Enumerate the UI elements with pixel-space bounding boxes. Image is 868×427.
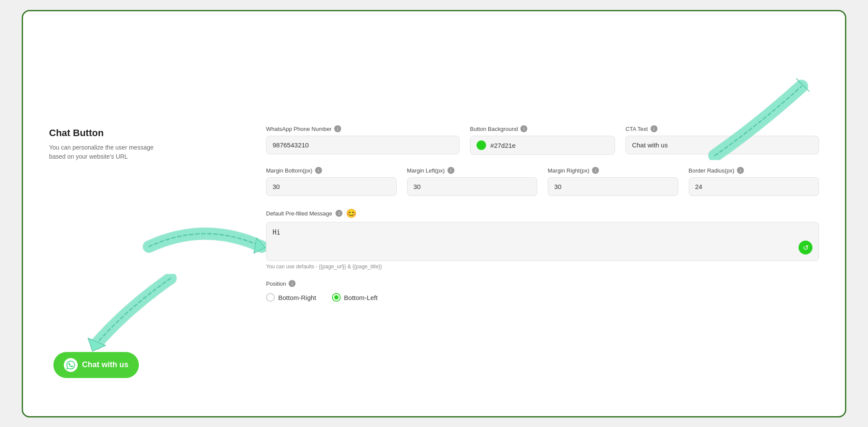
phone-number-label: WhatsApp Phone Number i: [266, 125, 460, 132]
color-swatch: [477, 140, 486, 150]
phone-number-input[interactable]: [266, 136, 460, 154]
border-radius-info-icon[interactable]: i: [737, 167, 744, 174]
whatsapp-icon: [64, 358, 78, 372]
bg-info-icon[interactable]: i: [520, 125, 527, 132]
prefilled-message-textarea[interactable]: Hi: [273, 228, 812, 254]
hint-text: You can use defaults - {{page_url}} & {{…: [266, 264, 819, 270]
margin-left-label: Margin Left(px) i: [407, 167, 538, 174]
margin-left-group: Margin Left(px) i: [407, 167, 538, 196]
section-title: Chat Button: [49, 127, 231, 139]
left-section: Chat Button You can personalize the user…: [49, 127, 231, 300]
radio-outer-left: [332, 293, 341, 302]
color-text-value: #27d21e: [490, 142, 516, 149]
phone-info-icon[interactable]: i: [334, 125, 341, 132]
cta-text-group: CTA Text i: [625, 125, 819, 154]
emoji-icon: 😊: [346, 208, 357, 218]
button-background-label: Button Background i: [470, 125, 615, 132]
border-radius-input[interactable]: [689, 177, 819, 196]
main-card: Chat Button You can personalize the user…: [22, 10, 846, 417]
form-row-1: WhatsApp Phone Number i Button Backgroun…: [266, 125, 819, 155]
prefilled-info-icon[interactable]: i: [335, 210, 342, 217]
margin-bottom-label: Margin Bottom(px) i: [266, 167, 397, 174]
margin-left-info-icon[interactable]: i: [447, 167, 454, 174]
cta-info-icon[interactable]: i: [651, 125, 658, 132]
border-radius-label: Border Radius(px) i: [689, 167, 819, 174]
position-label: Position i: [266, 280, 819, 287]
margin-bottom-group: Margin Bottom(px) i: [266, 167, 397, 196]
margin-right-info-icon[interactable]: i: [592, 167, 599, 174]
margin-right-label: Margin Right(px) i: [548, 167, 678, 174]
prefilled-textarea-wrapper: Hi ↺: [266, 222, 819, 261]
svg-marker-3: [254, 238, 265, 253]
form-section: WhatsApp Phone Number i Button Backgroun…: [231, 125, 819, 302]
prefilled-message-section: Default Pre-filled Message i 😊 Hi ↺ You …: [266, 208, 819, 270]
form-row-2: Margin Bottom(px) i Margin Left(px) i Ma…: [266, 167, 819, 196]
margin-bottom-info-icon[interactable]: i: [315, 167, 322, 174]
radio-inner-left: [334, 295, 339, 300]
radio-group: Bottom-Right Bottom-Left: [266, 293, 819, 302]
button-background-group: Button Background i #27d21e: [470, 125, 615, 155]
border-radius-group: Border Radius(px) i: [689, 167, 819, 196]
position-info-icon[interactable]: i: [289, 280, 296, 287]
radio-outer-right: [266, 293, 275, 302]
prefilled-message-label: Default Pre-filled Message i 😊: [266, 208, 819, 218]
color-input-wrapper[interactable]: #27d21e: [470, 136, 615, 155]
margin-right-input[interactable]: [548, 177, 678, 196]
cta-text-input[interactable]: [625, 136, 819, 154]
phone-number-group: WhatsApp Phone Number i: [266, 125, 460, 154]
radio-bottom-left[interactable]: Bottom-Left: [332, 293, 378, 302]
chat-button-label: Chat with us: [82, 360, 128, 369]
cta-text-label: CTA Text i: [625, 125, 819, 132]
radio-label-right: Bottom-Right: [278, 294, 316, 301]
margin-bottom-input[interactable]: [266, 177, 397, 196]
position-section: Position i Bottom-Right Bottom-Left: [266, 280, 819, 302]
arrow-to-button-decoration: [84, 274, 197, 352]
refresh-button[interactable]: ↺: [799, 241, 812, 254]
radio-bottom-right[interactable]: Bottom-Right: [266, 293, 316, 302]
margin-left-input[interactable]: [407, 177, 538, 196]
radio-label-left: Bottom-Left: [344, 294, 378, 301]
refresh-icon: ↺: [803, 244, 809, 252]
section-desc: You can personalize the user message bas…: [49, 143, 171, 161]
svg-marker-2: [796, 78, 809, 91]
margin-right-group: Margin Right(px) i: [548, 167, 678, 196]
chat-button-preview[interactable]: Chat with us: [53, 352, 139, 378]
